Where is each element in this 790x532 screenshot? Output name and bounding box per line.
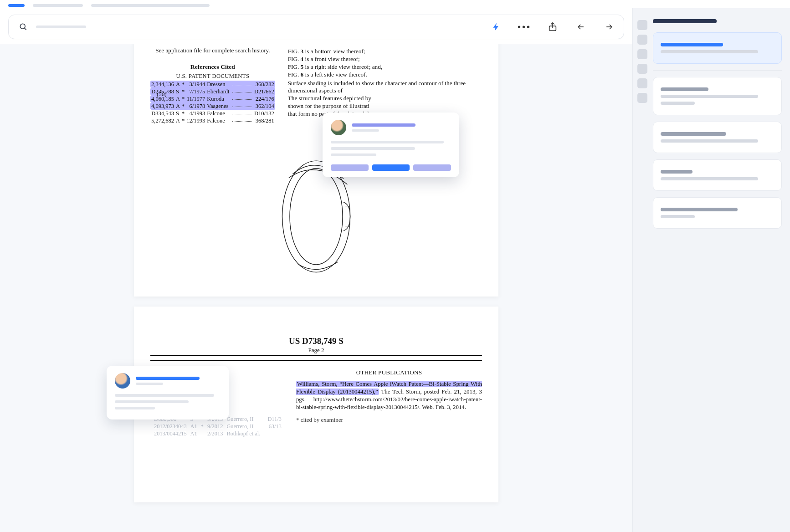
figure-line: FIG. 6 is a left side view thereof.	[288, 71, 482, 79]
comment-meta-placeholder	[136, 383, 163, 385]
shading-paragraph: Surface shading is included to show the …	[288, 80, 482, 95]
addressbar: •••	[8, 15, 624, 39]
figure-line: FIG. 5 is a right side view thereof; and…	[288, 63, 482, 71]
tab-inactive[interactable]	[33, 4, 83, 7]
citation-row: 2013/0044215A12/2013Rothkopf et al.	[152, 430, 283, 438]
struct-line: The structural features depicted by	[288, 95, 482, 102]
comment-popover[interactable]	[323, 113, 459, 177]
tab-active[interactable]	[8, 4, 25, 7]
svg-point-3	[282, 161, 350, 272]
share-icon[interactable]	[546, 20, 559, 33]
page-label: Page 2	[150, 347, 482, 354]
figure-line: FIG. 3 is a bottom view thereof;	[288, 48, 482, 56]
search-icon[interactable]	[17, 20, 30, 33]
popover-secondary-button[interactable]	[331, 164, 369, 171]
svg-point-0	[20, 24, 25, 29]
citation-row: 5,272,682A*12/1993Falcone368/281	[150, 117, 275, 124]
cited-by-examiner: * cited by examiner	[296, 416, 482, 424]
citation-row: D334,543S*4/1993FalconeD10/132	[150, 110, 275, 117]
nav-back-icon[interactable]	[575, 20, 587, 33]
tab-inactive[interactable]	[91, 4, 210, 7]
citation-row[interactable]: D235,788S*7/1975EberhardtD21/662	[150, 88, 275, 95]
browser-tabstrip	[0, 0, 790, 8]
commenter-name-placeholder	[136, 377, 200, 380]
patent-id: US D738,749 S	[150, 336, 482, 347]
bolt-icon[interactable]	[490, 20, 503, 33]
sidebar-card[interactable]	[653, 77, 782, 115]
sidebar-card[interactable]	[653, 32, 782, 64]
other-publications-heading: OTHER PUBLICATIONS	[296, 369, 482, 377]
comment-meta-placeholder	[352, 129, 379, 132]
citation-row[interactable]: 4,093,973A*6/1978Vaagenes362/104	[150, 102, 275, 110]
references-cited-heading: References Cited	[150, 63, 275, 71]
publication-entry: Williams, Storm, “Here Comes Apple iWatc…	[296, 380, 482, 412]
us-patent-documents-heading: U.S. PATENT DOCUMENTS	[150, 72, 275, 80]
nav-forward-icon[interactable]	[603, 20, 616, 33]
sidebar-app-icon[interactable]	[637, 49, 647, 59]
citation-row: 2012/0234043A1*9/2012Guerrero, II63/13	[152, 423, 283, 430]
citation-row[interactable]: 4,060,185A*11/1977Kuroda224/176	[150, 95, 275, 102]
popover-secondary-button[interactable]	[413, 164, 451, 171]
commenter-name-placeholder	[352, 123, 416, 127]
svg-line-1	[25, 28, 26, 30]
popover-primary-button[interactable]	[372, 164, 410, 171]
sidebar-card[interactable]	[653, 159, 782, 191]
more-icon[interactable]: •••	[518, 20, 531, 33]
citations-table: 2,344,136A*3/1944Dressen368/282D235,788S…	[150, 81, 275, 124]
figure-description-block: FIG. 3 is a bottom view thereof;FIG. 4 i…	[288, 48, 482, 79]
sidebar-title-placeholder	[653, 19, 717, 23]
svg-point-4	[290, 169, 343, 265]
sidebar-app-icon[interactable]	[637, 20, 647, 30]
section-number: (56)	[157, 91, 167, 98]
avatar	[331, 120, 346, 135]
sidebar-card[interactable]	[653, 197, 782, 229]
sidebar-app-icon[interactable]	[637, 64, 647, 74]
search-history-note: See application file for complete search…	[150, 47, 275, 55]
struct-line: shown for the purpose of illustrati	[288, 102, 482, 110]
sidebar-card[interactable]	[653, 122, 782, 153]
sidebar-app-icon[interactable]	[637, 78, 647, 88]
sidebar	[632, 8, 790, 532]
comment-popover[interactable]	[107, 366, 229, 419]
figure-line: FIG. 4 is a front view thereof;	[288, 56, 482, 63]
sidebar-app-icon[interactable]	[637, 35, 647, 45]
citation-row[interactable]: 2,344,136A*3/1944Dressen368/282	[150, 81, 275, 88]
sidebar-app-icon[interactable]	[637, 93, 647, 103]
avatar	[115, 373, 130, 389]
url-input[interactable]	[36, 26, 483, 28]
